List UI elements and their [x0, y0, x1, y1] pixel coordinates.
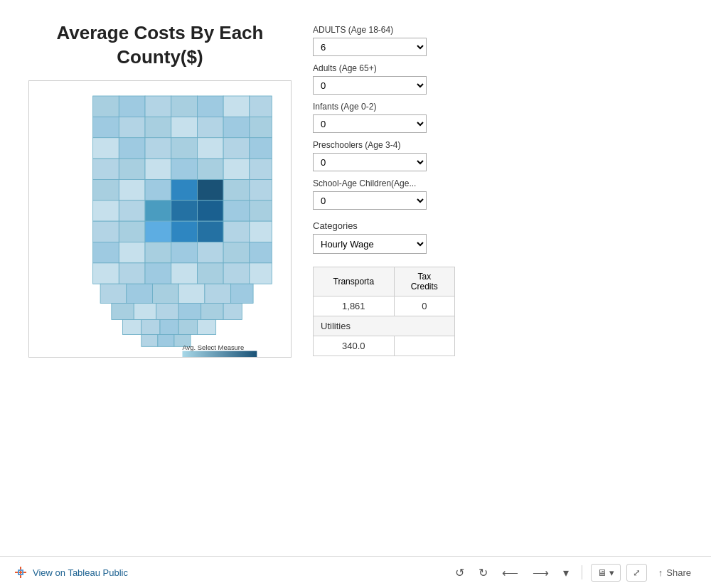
utilities-label: Utilities — [314, 316, 455, 336]
footer-right: ↺ ↻ ⟵ ⟶ ▾ 🖥 ▾ ⤢ ↑ Share — [451, 563, 697, 582]
svg-rect-93 — [18, 574, 23, 575]
svg-rect-67 — [178, 284, 205, 303]
tableau-icon — [14, 566, 27, 579]
svg-rect-89 — [15, 572, 26, 573]
adults-select[interactable]: 6 01234578 — [313, 38, 427, 56]
infants-control: Infants (Age 0-2) 0 1234 — [313, 102, 455, 133]
svg-rect-20 — [223, 137, 250, 158]
svg-rect-33 — [197, 179, 223, 200]
svg-rect-53 — [171, 242, 198, 262]
svg-rect-50 — [93, 242, 119, 262]
infants-select[interactable]: 0 1234 — [313, 114, 427, 133]
svg-rect-11 — [171, 117, 198, 137]
svg-rect-8 — [93, 117, 119, 137]
svg-rect-9 — [119, 117, 145, 137]
svg-rect-80 — [197, 319, 215, 334]
share-label: Share — [666, 567, 691, 578]
indiana-map: Avg. Select Measure 44.09 54.21 — [29, 81, 291, 357]
svg-rect-41 — [223, 200, 250, 220]
svg-rect-82 — [158, 334, 174, 346]
svg-rect-4 — [171, 96, 198, 117]
svg-rect-58 — [119, 262, 145, 283]
svg-rect-34 — [223, 179, 250, 200]
view-tableau-link[interactable]: View on Tableau Public — [33, 567, 128, 578]
svg-rect-70 — [112, 303, 134, 319]
expand-icon: ⤢ — [633, 567, 641, 578]
footer-divider — [582, 565, 582, 579]
svg-rect-43 — [93, 221, 119, 242]
svg-rect-30 — [119, 179, 145, 200]
preschoolers-select[interactable]: 0 1234 — [313, 153, 427, 171]
monitor-label: ▾ — [609, 567, 614, 578]
svg-rect-13 — [223, 117, 250, 137]
right-panel: ADULTS (Age 18-64) 6 01234578 Adults (Ag… — [313, 21, 455, 358]
svg-rect-22 — [93, 159, 119, 179]
svg-rect-24 — [145, 159, 171, 179]
svg-rect-7 — [250, 96, 272, 117]
svg-text:Avg. Select Measure: Avg. Select Measure — [182, 343, 244, 351]
svg-rect-26 — [197, 159, 223, 179]
utilities-empty — [394, 336, 454, 356]
col2-header: TaxCredits — [394, 267, 454, 296]
svg-rect-14 — [250, 117, 272, 137]
svg-rect-45 — [145, 221, 171, 242]
adults65-select[interactable]: 0 12345 — [313, 76, 427, 95]
svg-rect-65 — [127, 284, 153, 303]
col1-header: Transporta — [314, 267, 395, 296]
forward-button[interactable]: ⟶ — [528, 563, 553, 582]
svg-rect-47 — [197, 221, 223, 242]
adults65-label: Adults (Age 65+) — [313, 63, 455, 73]
svg-rect-48 — [223, 221, 250, 242]
svg-rect-40 — [197, 200, 223, 220]
adults-control: ADULTS (Age 18-64) 6 01234578 — [313, 25, 455, 56]
svg-rect-44 — [119, 221, 145, 242]
svg-rect-92 — [18, 570, 23, 571]
svg-rect-64 — [100, 284, 127, 303]
svg-rect-5 — [197, 96, 223, 117]
svg-rect-12 — [197, 117, 223, 137]
svg-rect-35 — [250, 179, 272, 200]
school-label: School-Age Children(Age... — [313, 178, 455, 188]
categories-select[interactable]: Hourly Wage Annual Wage Monthly Wage — [313, 234, 427, 254]
svg-rect-18 — [171, 137, 198, 158]
infants-label: Infants (Age 0-2) — [313, 102, 455, 112]
svg-rect-23 — [119, 159, 145, 179]
svg-rect-16 — [119, 137, 145, 158]
svg-rect-29 — [93, 179, 119, 200]
monitor-button[interactable]: 🖥 ▾ — [591, 564, 621, 582]
svg-rect-32 — [171, 179, 198, 200]
svg-rect-76 — [123, 319, 141, 334]
back-button[interactable]: ⟵ — [498, 563, 523, 582]
svg-rect-39 — [171, 200, 198, 220]
svg-rect-27 — [223, 159, 250, 179]
footer-left: View on Tableau Public — [14, 566, 128, 579]
svg-rect-71 — [134, 303, 156, 319]
svg-rect-66 — [153, 284, 179, 303]
svg-rect-10 — [145, 117, 171, 137]
svg-rect-21 — [250, 137, 272, 158]
svg-rect-19 — [197, 137, 223, 158]
monitor-icon: 🖥 — [597, 567, 606, 578]
categories-control: Categories Hourly Wage Annual Wage Month… — [313, 217, 455, 254]
svg-rect-79 — [178, 319, 197, 334]
svg-rect-2 — [119, 96, 145, 117]
undo-button[interactable]: ↺ — [451, 563, 469, 582]
redo-button[interactable]: ↻ — [474, 563, 492, 582]
svg-rect-36 — [93, 200, 119, 220]
adults-label: ADULTS (Age 18-64) — [313, 25, 455, 35]
svg-rect-57 — [93, 262, 119, 283]
adults65-control: Adults (Age 65+) 0 12345 — [313, 63, 455, 95]
share-button[interactable]: ↑ Share — [653, 565, 697, 581]
school-select[interactable]: 0 1234 — [313, 191, 427, 210]
more-button[interactable]: ▾ — [559, 563, 573, 582]
svg-rect-6 — [223, 96, 250, 117]
svg-rect-3 — [145, 96, 171, 117]
svg-rect-61 — [197, 262, 223, 283]
categories-label: Categories — [313, 220, 455, 231]
svg-rect-17 — [145, 137, 171, 158]
svg-rect-38 — [145, 200, 171, 220]
svg-rect-28 — [250, 159, 272, 179]
utilities-val: 340.0 — [314, 336, 395, 356]
svg-rect-25 — [171, 159, 198, 179]
expand-button[interactable]: ⤢ — [626, 564, 647, 582]
